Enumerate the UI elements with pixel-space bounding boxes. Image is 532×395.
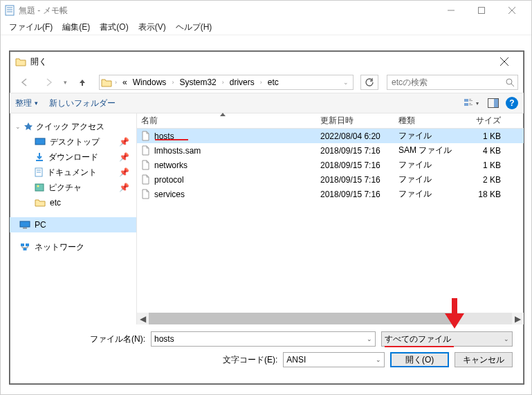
preview-pane-button[interactable]	[484, 95, 503, 111]
svg-rect-14	[469, 100, 473, 101]
search-input[interactable]	[390, 77, 506, 88]
network-icon	[19, 243, 30, 251]
nav-etc[interactable]: etc	[19, 195, 136, 210]
chevron-down-icon: ⌄	[15, 123, 21, 130]
nav-downloads[interactable]: ダウンロード📌	[19, 149, 136, 165]
file-type-filter[interactable]: すべてのファイル ⌄	[381, 331, 513, 347]
maximize-button[interactable]	[466, 1, 497, 20]
minimize-button[interactable]	[436, 1, 466, 20]
menu-edit[interactable]: 編集(E)	[58, 20, 94, 35]
file-row[interactable]: protocol2018/09/15 7:16ファイル2 KB	[137, 172, 524, 187]
svg-rect-30	[24, 248, 27, 250]
search-box[interactable]	[387, 75, 518, 90]
dialog-close-button[interactable]	[490, 52, 518, 71]
chevron-down-icon[interactable]: ⌄	[367, 336, 372, 342]
nav-desktop[interactable]: デスクトップ📌	[19, 134, 136, 149]
breadcrumb-prefix[interactable]: «	[120, 77, 130, 88]
file-type: ファイル	[398, 159, 461, 171]
nav-quick-access[interactable]: ⌄ クイック アクセス	[10, 119, 136, 134]
filename-input[interactable]: hosts ⌄	[151, 331, 376, 347]
folder-icon	[101, 78, 112, 87]
toolbar: 整理 ▾ 新しいフォルダー ▾ ?	[10, 93, 524, 113]
chevron-down-icon[interactable]: ⌄	[340, 79, 351, 86]
menu-format[interactable]: 書式(O)	[95, 20, 132, 35]
organize-menu[interactable]: 整理 ▾	[15, 98, 38, 109]
chevron-right-icon: ›	[169, 79, 176, 86]
file-list: hosts2022/08/04 6:20ファイル1 KBlmhosts.sam2…	[137, 129, 524, 201]
horizontal-scrollbar[interactable]: ◀ ▶	[137, 313, 524, 324]
cancel-button[interactable]: キャンセル	[455, 352, 513, 367]
help-icon[interactable]: ?	[506, 97, 518, 109]
dialog-title: 開く	[30, 56, 47, 68]
folder-open-icon	[15, 57, 26, 66]
file-icon	[141, 174, 150, 185]
filename-label: ファイル名(N):	[21, 333, 145, 345]
nav-pc[interactable]: PC	[10, 217, 136, 232]
chevron-right-icon: ›	[112, 79, 120, 86]
path-bar[interactable]: › « Windows › System32 › drivers › etc ⌄	[99, 75, 354, 90]
nav-network[interactable]: ネットワーク	[10, 239, 136, 255]
file-size: 4 KB	[461, 146, 509, 156]
file-row[interactable]: networks2018/09/15 7:16ファイル1 KB	[137, 158, 524, 172]
file-size: 2 KB	[461, 175, 509, 185]
col-header-name[interactable]: 名前	[137, 115, 320, 127]
chevron-down-icon: ⌄	[376, 356, 381, 363]
col-header-type[interactable]: 種類	[398, 115, 461, 127]
svg-rect-29	[26, 244, 29, 246]
search-icon	[506, 78, 515, 87]
nav-forward-button[interactable]	[39, 74, 58, 91]
nav-pictures[interactable]: ピクチャ📌	[19, 180, 136, 195]
main-window-title: 無題 - メモ帳	[19, 5, 436, 17]
col-header-modified[interactable]: 更新日時	[320, 115, 398, 127]
file-row[interactable]: services2018/09/15 7:16ファイル18 KB	[137, 187, 524, 201]
view-details-button[interactable]: ▾	[461, 95, 481, 111]
scroll-right-button[interactable]: ▶	[512, 313, 524, 324]
svg-line-11	[511, 84, 514, 86]
nav-back-button[interactable]	[15, 74, 35, 91]
file-name: lmhosts.sam	[154, 146, 201, 156]
file-type: ファイル	[398, 174, 461, 185]
desktop-icon	[35, 138, 46, 146]
annotation-arrow-icon	[445, 298, 464, 331]
notepad-window: 無題 - メモ帳 ファイル(F) 編集(E) 書式(O) 表示(V) ヘルプ(H…	[0, 0, 532, 395]
refresh-button[interactable]	[360, 75, 378, 90]
new-folder-button[interactable]: 新しいフォルダー	[49, 98, 116, 109]
nav-documents[interactable]: ドキュメント📌	[19, 165, 136, 180]
menu-file[interactable]: ファイル(F)	[5, 20, 57, 35]
svg-point-10	[506, 79, 512, 84]
quick-access-label: クイック アクセス	[36, 121, 104, 133]
col-header-size[interactable]: サイズ	[461, 115, 509, 127]
encoding-value: ANSI	[286, 355, 306, 365]
breadcrumb-item[interactable]: Windows	[130, 77, 169, 88]
menu-view[interactable]: 表示(V)	[134, 20, 170, 35]
file-icon	[141, 160, 150, 170]
file-modified: 2018/09/15 7:16	[320, 146, 398, 156]
svg-rect-15	[464, 103, 468, 106]
breadcrumb-item[interactable]: System32	[176, 77, 219, 88]
close-button[interactable]	[497, 1, 527, 20]
chevron-right-icon: ›	[257, 79, 265, 86]
file-row[interactable]: hosts2022/08/04 6:20ファイル1 KB	[137, 129, 524, 143]
file-row[interactable]: lmhosts.sam2018/09/15 7:16SAM ファイル4 KB	[137, 143, 524, 158]
file-modified: 2022/08/04 6:20	[320, 131, 398, 141]
open-button[interactable]: 開く(O)	[390, 352, 448, 367]
file-modified: 2018/09/15 7:16	[320, 175, 398, 185]
svg-rect-16	[469, 103, 471, 104]
scroll-thumb[interactable]	[149, 313, 457, 324]
folder-icon	[35, 199, 46, 207]
file-name: protocol	[154, 175, 184, 185]
file-icon	[141, 189, 150, 199]
svg-rect-19	[494, 99, 498, 107]
encoding-select[interactable]: ANSI ⌄	[283, 352, 385, 367]
breadcrumb-item[interactable]: etc	[265, 77, 282, 88]
nav-history-dropdown[interactable]: ▾	[62, 79, 68, 86]
menu-help[interactable]: ヘルプ(H)	[172, 20, 217, 35]
chevron-down-icon: ⌄	[504, 336, 509, 342]
annotation-underline	[385, 346, 454, 347]
main-titlebar: 無題 - メモ帳	[1, 1, 531, 20]
breadcrumb-item[interactable]: drivers	[227, 77, 257, 88]
notepad-icon	[5, 5, 15, 16]
nav-up-button[interactable]	[73, 74, 92, 91]
svg-rect-27	[23, 228, 27, 229]
scroll-left-button[interactable]: ◀	[137, 313, 149, 324]
